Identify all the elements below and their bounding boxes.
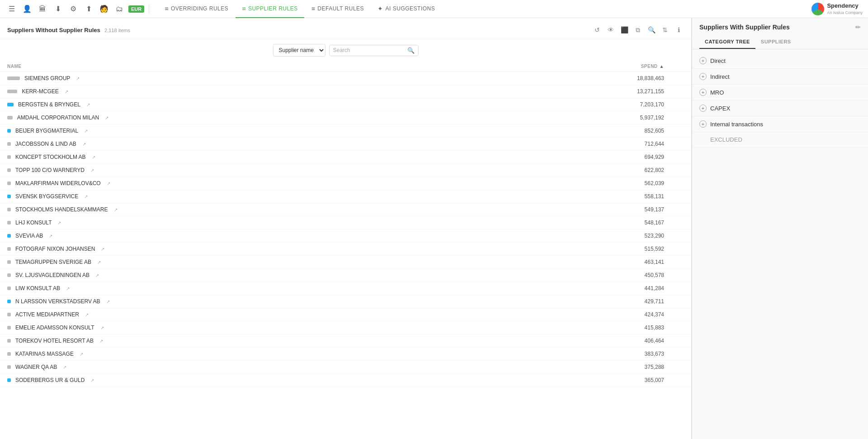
edit-icon-button[interactable]: ✏ bbox=[855, 24, 861, 31]
spend-value: 622,802 bbox=[503, 164, 671, 177]
name-cell: SVENSK BYGGSERVICE ↗ bbox=[7, 193, 496, 200]
table-row[interactable]: KATARINAS MASSAGE ↗ 383,673 🗑 bbox=[0, 348, 691, 361]
external-link-icon[interactable]: ↗ bbox=[100, 325, 104, 330]
tree-item-internal[interactable]: + Internal transactions bbox=[692, 116, 868, 132]
external-link-icon[interactable]: ↗ bbox=[90, 378, 94, 383]
external-link-icon[interactable]: ↗ bbox=[57, 220, 61, 225]
supplier-name: SV. LJUSVAGLEDNINGEN AB bbox=[15, 272, 90, 278]
external-link-icon[interactable]: ↗ bbox=[106, 299, 110, 304]
name-cell: LHJ KONSULT ↗ bbox=[7, 220, 496, 226]
tab-overriding-rules[interactable]: ≡ Overriding Rules bbox=[158, 0, 235, 18]
table-row[interactable]: KONCEPT STOCKHOLM AB ↗ 694,929 🗑 bbox=[0, 151, 691, 164]
tree-expand-icon-mro[interactable]: + bbox=[699, 89, 707, 96]
external-link-icon[interactable]: ↗ bbox=[107, 181, 110, 186]
table-row[interactable]: EMELIE ADAMSSON KONSULT ↗ 415,883 🗑 bbox=[0, 321, 691, 334]
tree-expand-icon-direct[interactable]: + bbox=[699, 57, 707, 64]
tree-expand-icon-internal[interactable]: + bbox=[699, 120, 707, 128]
table-row[interactable]: TOPP 100 C/O WARNERYD ↗ 622,802 🗑 bbox=[0, 164, 691, 177]
eye-icon-button[interactable]: 👁 bbox=[605, 24, 616, 35]
external-link-icon[interactable]: ↗ bbox=[114, 207, 118, 212]
hamburger-menu-button[interactable]: ☰ bbox=[5, 3, 18, 15]
external-link-icon[interactable]: ↗ bbox=[86, 102, 90, 107]
name-cell: BEIJER BYGGMATERIAL ↗ bbox=[7, 128, 496, 134]
external-link-icon[interactable]: ↗ bbox=[76, 76, 80, 81]
search-input[interactable] bbox=[333, 47, 406, 53]
table-row[interactable]: FOTOGRAF NIXON JOHANSEN ↗ 515,592 🗑 bbox=[0, 243, 691, 256]
external-link-icon[interactable]: ↗ bbox=[84, 129, 88, 134]
right-tabs: Category Tree Suppliers bbox=[692, 35, 868, 49]
table-row[interactable]: KERR-MCGEE ↗ 13,271,155 🗑 bbox=[0, 85, 691, 98]
external-link-icon[interactable]: ↗ bbox=[90, 168, 94, 173]
external-link-icon[interactable]: ↗ bbox=[105, 115, 108, 120]
upload-icon-button[interactable]: ⬆ bbox=[82, 3, 95, 15]
external-link-icon[interactable]: ↗ bbox=[84, 194, 88, 199]
tree-item-direct[interactable]: + Direct bbox=[692, 53, 868, 69]
supplier-rules-icon: ≡ bbox=[242, 5, 246, 12]
table-row[interactable]: STOCKHOLMS HANDELSKAMMARE ↗ 549,137 🗑 bbox=[0, 203, 691, 216]
tab-suppliers[interactable]: Suppliers bbox=[755, 35, 797, 49]
supplier-name: SIEMENS GROUP bbox=[24, 75, 70, 81]
table-row[interactable]: BERGSTEN & BRYNGEL ↗ 7,203,170 🗑 bbox=[0, 98, 691, 111]
external-link-icon[interactable]: ↗ bbox=[65, 89, 68, 94]
logo: Spendency An Ivalua Company bbox=[811, 2, 863, 15]
external-link-icon[interactable]: ↗ bbox=[66, 286, 70, 291]
tab-supplier-rules[interactable]: ≡ Supplier Rules bbox=[236, 0, 304, 18]
table-row[interactable]: SVENSK BYGGSERVICE ↗ 558,131 🗑 bbox=[0, 190, 691, 203]
external-link-icon[interactable]: ↗ bbox=[95, 273, 99, 278]
external-link-icon[interactable]: ↗ bbox=[101, 247, 104, 252]
currency-badge[interactable]: EUR bbox=[128, 5, 144, 13]
name-cell: LIW KONSULT AB ↗ bbox=[7, 285, 496, 291]
download-icon-button[interactable]: ⬇ bbox=[52, 3, 64, 15]
left-panel-header: Suppliers Without Supplier Rules 2,118 i… bbox=[0, 18, 691, 39]
spend-value: 450,578 bbox=[503, 269, 671, 282]
table-row[interactable]: TOREKOV HOTEL RESORT AB ↗ 406,464 🗑 bbox=[0, 334, 691, 348]
table-row[interactable]: LIW KONSULT AB ↗ 441,284 🗑 bbox=[0, 282, 691, 295]
logo-tagline: An Ivalua Company bbox=[827, 10, 863, 15]
overriding-rules-icon: ≡ bbox=[165, 5, 169, 12]
settings-icon-button[interactable]: ⚙ bbox=[67, 3, 80, 15]
external-link-icon[interactable]: ↗ bbox=[49, 234, 52, 239]
building-icon-button[interactable]: 🏛 bbox=[36, 3, 49, 15]
table-row[interactable]: N LARSSON VERKSTADSERV AB ↗ 429,711 🗑 bbox=[0, 295, 691, 308]
tree-item-mro[interactable]: + MRO bbox=[692, 85, 868, 100]
table-row[interactable]: MAKLARFIRMAN WIDERLOV&CO ↗ 562,039 🗑 bbox=[0, 177, 691, 190]
block-icon-button[interactable]: ⬛ bbox=[619, 24, 630, 35]
table-row[interactable]: AMDAHL CORPORATION MILAN ↗ 5,937,192 🗑 bbox=[0, 111, 691, 124]
external-link-icon[interactable]: ↗ bbox=[82, 142, 86, 147]
search-icon-button[interactable]: 🔍 bbox=[646, 24, 657, 35]
table-row[interactable]: SVEVIA AB ↗ 523,290 🗑 bbox=[0, 229, 691, 243]
external-link-icon[interactable]: ↗ bbox=[97, 260, 101, 265]
tab-default-rules[interactable]: ≡ Default Rules bbox=[305, 0, 370, 18]
person-icon-button[interactable]: 🧑 bbox=[98, 3, 110, 15]
archive-icon-button[interactable]: 🗂 bbox=[113, 3, 126, 15]
tree-expand-icon-capex[interactable]: + bbox=[699, 105, 707, 112]
table-row[interactable]: LHJ KONSULT ↗ 548,167 🗑 bbox=[0, 216, 691, 229]
table-row[interactable]: BEIJER BYGGMATERIAL ↗ 852,605 🗑 bbox=[0, 124, 691, 138]
tab-category-tree[interactable]: Category Tree bbox=[699, 35, 755, 49]
refresh-icon-button[interactable]: ↺ bbox=[592, 24, 603, 35]
table-row[interactable]: TEMAGRUPPEN SVERIGE AB ↗ 463,141 🗑 bbox=[0, 256, 691, 269]
info-icon-button[interactable]: ℹ bbox=[673, 24, 684, 35]
supplier-color-bar bbox=[7, 273, 11, 277]
tree-item-capex[interactable]: + CAPEX bbox=[692, 100, 868, 116]
table-row[interactable]: SV. LJUSVAGLEDNINGEN AB ↗ 450,578 🗑 bbox=[0, 269, 691, 282]
sort-icon-button[interactable]: ⇅ bbox=[660, 24, 670, 35]
external-link-icon[interactable]: ↗ bbox=[63, 365, 66, 370]
external-link-icon[interactable]: ↗ bbox=[92, 155, 95, 160]
filter-icon-button[interactable]: ⧉ bbox=[632, 24, 643, 35]
external-link-icon[interactable]: ↗ bbox=[80, 352, 83, 357]
user-icon-button[interactable]: 👤 bbox=[21, 3, 33, 15]
supplier-name: TOREKOV HOTEL RESORT AB bbox=[15, 338, 94, 344]
external-link-icon[interactable]: ↗ bbox=[99, 339, 103, 344]
table-row[interactable]: SODERBERGS UR & GULD ↗ 365,007 🗑 bbox=[0, 374, 691, 387]
tree-item-excluded[interactable]: EXCLUDED bbox=[692, 132, 868, 148]
table-row[interactable]: ACTIVE MEDIAPARTNER ↗ 424,374 🗑 bbox=[0, 308, 691, 321]
tab-ai-suggestions[interactable]: ✦ AI Suggestions bbox=[371, 0, 441, 18]
search-type-select[interactable]: Supplier name bbox=[273, 44, 326, 57]
external-link-icon[interactable]: ↗ bbox=[85, 312, 89, 317]
table-row[interactable]: JACOBSSON & LIND AB ↗ 712,644 🗑 bbox=[0, 138, 691, 151]
tree-expand-icon-indirect[interactable]: + bbox=[699, 73, 707, 80]
table-row[interactable]: SIEMENS GROUP ↗ 18,838,463 🗑 bbox=[0, 72, 691, 85]
table-row[interactable]: WAGNER QA AB ↗ 375,288 🗑 bbox=[0, 361, 691, 374]
tree-item-indirect[interactable]: + Indirect bbox=[692, 69, 868, 85]
